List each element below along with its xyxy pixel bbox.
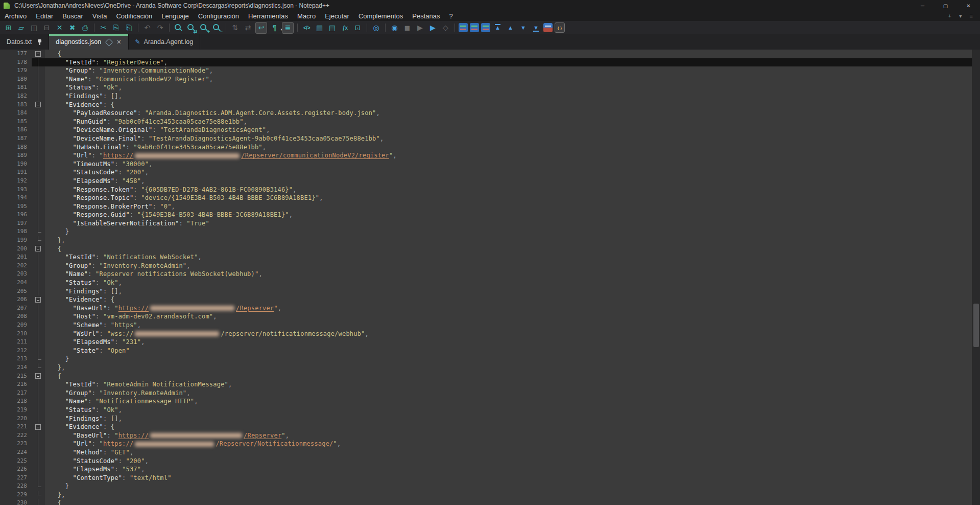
sync-vertical-scroll-icon[interactable]: ⇅ <box>230 22 241 33</box>
zoom-in-icon[interactable]: + <box>199 22 209 33</box>
code-line[interactable]: 189 "Url": "https:///Repserver/communica… <box>0 151 972 160</box>
unpin-icon[interactable] <box>105 38 113 46</box>
code-line[interactable]: 213 } <box>0 355 972 363</box>
code-line[interactable]: 201 "TestId": "Notifications WebSocket", <box>0 253 972 262</box>
code-line[interactable]: 219 "Status": "Ok", <box>0 406 972 415</box>
editor[interactable]: 177 {178 "TestId": "RegisterDevice",179 … <box>0 50 972 505</box>
code-line[interactable]: 187 "DeviceName.Final": "TestArandaDiagn… <box>0 134 972 143</box>
fold-toggle-icon[interactable] <box>32 372 45 381</box>
copy-icon[interactable]: ⎘ <box>111 22 122 33</box>
code-line[interactable]: 225 "StatusCode": "200", <box>0 457 972 466</box>
paste-icon[interactable]: ⎗ <box>124 22 134 33</box>
fold-toggle-icon[interactable] <box>32 101 45 109</box>
new-tab-icon[interactable]: + <box>948 13 951 19</box>
code-line[interactable]: 206 "Evidence": { <box>0 295 972 304</box>
code-line[interactable]: 205 "Findings": [], <box>0 287 972 296</box>
tab-aranda-agent-log[interactable]: ✎Aranda.Agent.log <box>129 34 201 50</box>
play-macro-icon[interactable]: ▶ <box>415 22 425 33</box>
code-line[interactable]: 191 "StatusCode": "200", <box>0 168 972 177</box>
nav-first-difference-icon[interactable]: ▲ <box>492 22 503 33</box>
code-line[interactable]: 230 { <box>0 499 972 505</box>
code-line[interactable]: 227 "ContentType": "text/html" <box>0 474 972 483</box>
menu-item-ejecutar[interactable]: Ejecutar <box>320 12 354 20</box>
menu-overflow-icon[interactable]: ≡ <box>970 13 973 19</box>
monitoring-icon[interactable]: ◎ <box>371 22 381 33</box>
sync-horizontal-scroll-icon[interactable]: ⇄ <box>243 22 253 33</box>
stop-recording-icon[interactable]: ◼ <box>402 22 413 33</box>
compare-set-first-icon[interactable] <box>459 23 468 32</box>
code-line[interactable]: 190 "TimeoutMs": "30000", <box>0 160 972 169</box>
code-line[interactable]: 214 }, <box>0 363 972 372</box>
menu-item-editar[interactable]: Editar <box>31 12 58 20</box>
close-all-documents-icon[interactable]: ✖ <box>67 22 78 33</box>
cut-icon[interactable]: ✂ <box>98 22 109 33</box>
new-file-icon[interactable]: ⊞ <box>3 22 14 33</box>
code-line[interactable]: 208 "Host": "vm-adm-dev02.arandasoft.com… <box>0 312 972 321</box>
menu-item-configuraci-n[interactable]: Configuración <box>194 12 244 20</box>
function-list-icon[interactable]: ƒx <box>340 22 350 33</box>
menu-item-macro[interactable]: Macro <box>293 12 320 20</box>
print-icon[interactable]: ⎙ <box>80 22 90 33</box>
open-file-icon[interactable]: ▱ <box>16 22 27 33</box>
code-line[interactable]: 198 } <box>0 227 972 236</box>
scrollbar-thumb[interactable] <box>973 304 979 347</box>
code-line[interactable]: 183 "Evidence": { <box>0 101 972 109</box>
fold-toggle-icon[interactable] <box>32 50 45 58</box>
code-line[interactable]: 195 "Response.BrokerPort": "0", <box>0 202 972 211</box>
code-line[interactable]: 178 "TestId": "RegisterDevice", <box>0 58 972 67</box>
fold-toggle-icon[interactable] <box>32 295 45 304</box>
compare-clear-icon[interactable] <box>481 23 490 32</box>
compare-icon[interactable] <box>470 23 479 32</box>
document-map-icon[interactable]: ▦ <box>314 22 325 33</box>
replace-icon[interactable]: ⇄ <box>186 22 197 33</box>
folder-as-workspace-icon[interactable]: ⊡ <box>352 22 363 33</box>
save-icon[interactable]: ◫ <box>29 22 39 33</box>
code-line[interactable]: 200 { <box>0 245 972 254</box>
code-line[interactable]: 192 "ElapsedMs": "458", <box>0 177 972 186</box>
menu-item-buscar[interactable]: Buscar <box>58 12 87 20</box>
menu-item-help[interactable]: ? <box>445 12 458 20</box>
code-line[interactable]: 229 }, <box>0 491 972 499</box>
code-line[interactable]: 193 "Response.Token": "{605DB7ED-D27B-4A… <box>0 186 972 194</box>
define-language-icon[interactable]: </> <box>301 22 312 33</box>
code-line[interactable]: 182 "Findings": [], <box>0 92 972 101</box>
code-line[interactable]: 211 "ElapsedMs": "231", <box>0 338 972 347</box>
code-line[interactable]: 224 "Method": "GET", <box>0 448 972 457</box>
code-line[interactable]: 218 "Name": "Notificationmessage HTTP", <box>0 397 972 406</box>
zoom-out-icon[interactable]: − <box>211 22 222 33</box>
code-line[interactable]: 210 "WsUrl": "wss:///repserver/notificat… <box>0 330 972 338</box>
word-wrap-icon[interactable]: ↩ <box>255 22 267 34</box>
minimize-button[interactable]: ─ <box>911 0 934 11</box>
document-list-icon[interactable]: ▤ <box>327 22 338 33</box>
code-line[interactable]: 209 "Scheme": "https", <box>0 321 972 330</box>
tab-diagnostics-json[interactable]: diagnostics.json✕ <box>49 34 128 50</box>
menu-item-archivo[interactable]: Archivo <box>0 12 31 20</box>
code-line[interactable]: 181 "Status": "Ok", <box>0 83 972 92</box>
json-viewer-icon[interactable] <box>555 22 565 33</box>
code-line[interactable]: 204 "Status": "Ok", <box>0 279 972 287</box>
code-line[interactable]: 177 { <box>0 50 972 58</box>
compare-options-icon[interactable] <box>543 23 553 32</box>
menu-item-pesta-as[interactable]: Pestañas <box>408 12 444 20</box>
code-line[interactable]: 212 "State": "Open" <box>0 347 972 355</box>
menu-item-complementos[interactable]: Complementos <box>354 12 408 20</box>
code-line[interactable]: 217 "Group": "Inventory.RemoteAdmin", <box>0 389 972 398</box>
run-macro-multiple-icon[interactable]: ▶ <box>427 22 438 33</box>
code-line[interactable]: 221 "Evidence": { <box>0 423 972 431</box>
code-line[interactable]: 199 }, <box>0 236 972 245</box>
record-macro-icon[interactable]: ◉ <box>389 22 400 33</box>
save-all-icon[interactable]: ⊟ <box>41 22 52 33</box>
nav-next-icon[interactable]: ▼ <box>518 22 529 33</box>
code-line[interactable]: 220 "Findings": [], <box>0 415 972 423</box>
show-all-characters-icon[interactable]: ¶▾ <box>269 22 280 33</box>
code-line[interactable]: 215 { <box>0 372 972 381</box>
code-line[interactable]: 184 "PayloadResource": "Aranda.Diagnosti… <box>0 109 972 118</box>
code-line[interactable]: 223 "Url": "https:///Repserver/Notificat… <box>0 440 972 448</box>
tab-datos-txt[interactable]: Datos.txt <box>0 34 49 50</box>
code-line[interactable]: 222 "BaseUrl": "https:///Repserver", <box>0 431 972 440</box>
pin-icon[interactable] <box>37 39 42 45</box>
redo-icon[interactable]: ↷ <box>155 22 165 33</box>
code-line[interactable]: 216 "TestId": "RemoteAdmin NotificationM… <box>0 380 972 389</box>
indent-guides-icon[interactable]: ≣ <box>282 22 294 34</box>
menu-item-lenguaje[interactable]: Lenguaje <box>157 12 194 20</box>
